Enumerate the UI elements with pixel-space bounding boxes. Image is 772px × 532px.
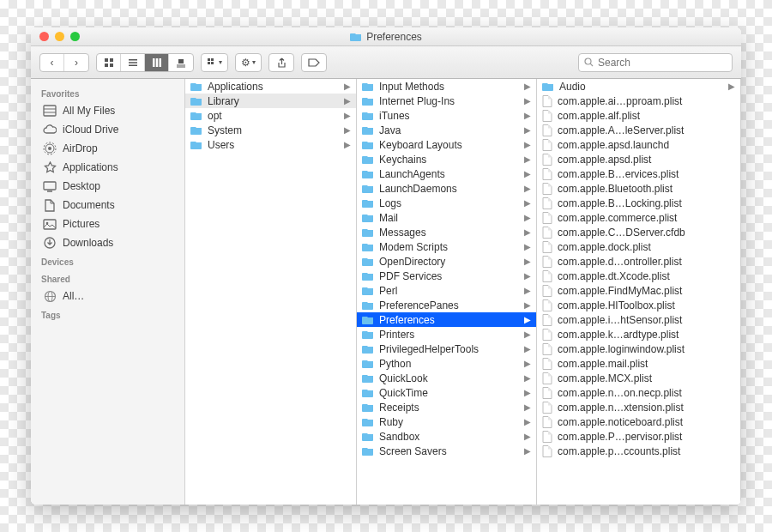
- sidebar-item-applications[interactable]: Applications: [31, 158, 184, 177]
- list-item[interactable]: com.apple.B…ervices.plist: [537, 166, 740, 181]
- list-item[interactable]: Audio▶: [537, 79, 740, 94]
- list-item[interactable]: com.apple.k…ardtype.plist: [537, 327, 740, 342]
- sidebar-item-pictures[interactable]: Pictures: [31, 215, 184, 233]
- list-item[interactable]: QuickTime▶: [357, 385, 536, 400]
- tags-button[interactable]: [301, 53, 327, 72]
- file-icon: [542, 416, 552, 428]
- list-item[interactable]: com.apple.noticeboard.plist: [537, 414, 740, 429]
- list-item[interactable]: Library▶: [185, 94, 356, 108]
- column-2[interactable]: Audio▶com.apple.ai…pproam.plistcom.apple…: [537, 79, 741, 505]
- list-item[interactable]: Internet Plug-Ins▶: [357, 94, 536, 108]
- list-item[interactable]: Preferences▶: [357, 312, 536, 327]
- action-button[interactable]: ⚙▾: [235, 53, 262, 72]
- column-view-button[interactable]: [145, 54, 169, 71]
- list-item[interactable]: Python▶: [357, 356, 536, 371]
- applications-icon: [43, 160, 57, 174]
- column-0[interactable]: Applications▶Library▶opt▶System▶Users▶: [185, 79, 357, 505]
- svg-rect-5: [129, 62, 137, 63]
- list-item[interactable]: Input Methods▶: [357, 79, 536, 94]
- chevron-right-icon: ▶: [524, 373, 531, 383]
- list-item[interactable]: Printers▶: [357, 327, 536, 342]
- sidebar-item-label: Desktop: [63, 180, 100, 192]
- coverflow-view-button[interactable]: [169, 54, 193, 71]
- sidebar-item-desktop[interactable]: Desktop: [31, 177, 184, 196]
- list-item[interactable]: com.apple.alf.plist: [537, 108, 740, 123]
- share-button[interactable]: [268, 53, 294, 72]
- list-item[interactable]: Ruby▶: [357, 414, 536, 429]
- search-input[interactable]: [598, 57, 727, 69]
- chevron-right-icon: ▶: [524, 329, 531, 339]
- list-item[interactable]: com.apple.i…htSensor.plist: [537, 312, 740, 327]
- list-item[interactable]: com.apple.ai…pproam.plist: [537, 94, 740, 108]
- list-item[interactable]: com.apple.apsd.launchd: [537, 137, 740, 152]
- list-item[interactable]: com.apple.MCX.plist: [537, 371, 740, 385]
- search-field[interactable]: [578, 53, 733, 72]
- list-item[interactable]: LaunchDaemons▶: [357, 181, 536, 196]
- list-item[interactable]: com.apple.p…ccounts.plist: [537, 444, 740, 458]
- list-item[interactable]: Sandbox▶: [357, 429, 536, 444]
- documents-icon: [43, 198, 57, 212]
- list-item[interactable]: Screen Savers▶: [357, 444, 536, 458]
- close-button[interactable]: [39, 32, 49, 41]
- list-item[interactable]: Keychains▶: [357, 152, 536, 166]
- list-item[interactable]: Applications▶: [185, 79, 356, 94]
- list-item[interactable]: com.apple.n…xtension.plist: [537, 400, 740, 414]
- list-item[interactable]: PrivilegedHelperTools▶: [357, 342, 536, 356]
- list-item[interactable]: Mail▶: [357, 210, 536, 225]
- list-item[interactable]: QuickLook▶: [357, 371, 536, 385]
- chevron-right-icon: ▶: [524, 242, 531, 251]
- zoom-button[interactable]: [70, 32, 80, 41]
- sidebar-item-documents[interactable]: Documents: [31, 196, 184, 215]
- sidebar-item-all-my-files[interactable]: All My Files: [31, 101, 184, 120]
- list-item[interactable]: iTunes▶: [357, 108, 536, 123]
- back-button[interactable]: ‹: [40, 54, 64, 71]
- file-icon: [542, 197, 552, 209]
- list-item[interactable]: com.apple.P…pervisor.plist: [537, 429, 740, 444]
- list-item[interactable]: com.apple.dock.plist: [537, 239, 740, 254]
- list-item[interactable]: System▶: [185, 123, 356, 137]
- list-item[interactable]: com.apple.n…on.necp.plist: [537, 385, 740, 400]
- list-item[interactable]: com.apple.dt.Xcode.plist: [537, 269, 740, 283]
- list-item[interactable]: Java▶: [357, 123, 536, 137]
- sidebar-item-airdrop[interactable]: AirDrop: [31, 139, 184, 158]
- downloads-icon: [43, 236, 57, 250]
- forward-button[interactable]: ›: [64, 54, 88, 71]
- list-view-button[interactable]: [121, 54, 145, 71]
- list-item[interactable]: com.apple.C…DServer.cfdb: [537, 225, 740, 239]
- list-item[interactable]: com.apple.A…leServer.plist: [537, 123, 740, 137]
- file-icon: [542, 402, 552, 414]
- list-item[interactable]: opt▶: [185, 108, 356, 123]
- list-item[interactable]: Logs▶: [357, 196, 536, 210]
- sidebar-item-downloads[interactable]: Downloads: [31, 233, 184, 252]
- list-item[interactable]: LaunchAgents▶: [357, 166, 536, 181]
- svg-rect-15: [208, 62, 210, 64]
- list-item[interactable]: Messages▶: [357, 225, 536, 239]
- list-item[interactable]: com.apple.loginwindow.plist: [537, 342, 740, 356]
- sidebar-item-icloud-drive[interactable]: iCloud Drive: [31, 120, 184, 139]
- titlebar[interactable]: Preferences: [31, 27, 741, 46]
- minimize-button[interactable]: [55, 32, 64, 41]
- list-item[interactable]: Keyboard Layouts▶: [357, 137, 536, 152]
- chevron-right-icon: ▶: [524, 315, 531, 324]
- list-item[interactable]: Receipts▶: [357, 400, 536, 414]
- list-item[interactable]: PreferencePanes▶: [357, 298, 536, 312]
- list-item[interactable]: OpenDirectory▶: [357, 254, 536, 269]
- list-item[interactable]: Users▶: [185, 137, 356, 152]
- list-item[interactable]: com.apple.B…Locking.plist: [537, 196, 740, 210]
- item-label: Ruby: [379, 416, 403, 428]
- list-item[interactable]: com.apple.FindMyMac.plist: [537, 283, 740, 298]
- sidebar-item-all-[interactable]: All…: [31, 287, 184, 305]
- column-1[interactable]: Input Methods▶Internet Plug-Ins▶iTunes▶J…: [357, 79, 537, 505]
- list-item[interactable]: com.apple.d…ontroller.plist: [537, 254, 740, 269]
- list-item[interactable]: com.apple.Bluetooth.plist: [537, 181, 740, 196]
- icon-view-button[interactable]: [97, 54, 121, 71]
- list-item[interactable]: com.apple.apsd.plist: [537, 152, 740, 166]
- nav-buttons: ‹ ›: [39, 53, 89, 72]
- arrange-button[interactable]: ▾: [201, 53, 228, 72]
- list-item[interactable]: com.apple.commerce.plist: [537, 210, 740, 225]
- list-item[interactable]: Modem Scripts▶: [357, 239, 536, 254]
- list-item[interactable]: com.apple.HIToolbox.plist: [537, 298, 740, 312]
- list-item[interactable]: com.apple.mail.plist: [537, 356, 740, 371]
- list-item[interactable]: PDF Services▶: [357, 269, 536, 283]
- list-item[interactable]: Perl▶: [357, 283, 536, 298]
